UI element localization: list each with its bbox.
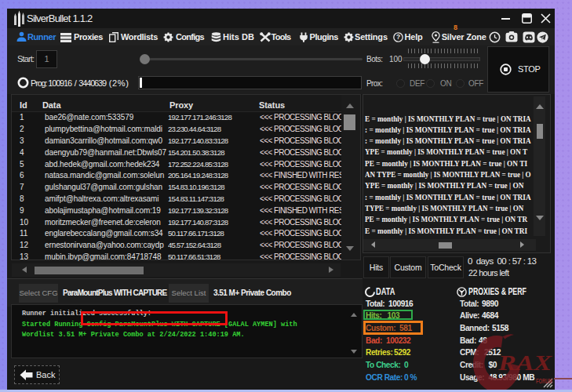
svg-text:?: ? [396, 33, 400, 41]
